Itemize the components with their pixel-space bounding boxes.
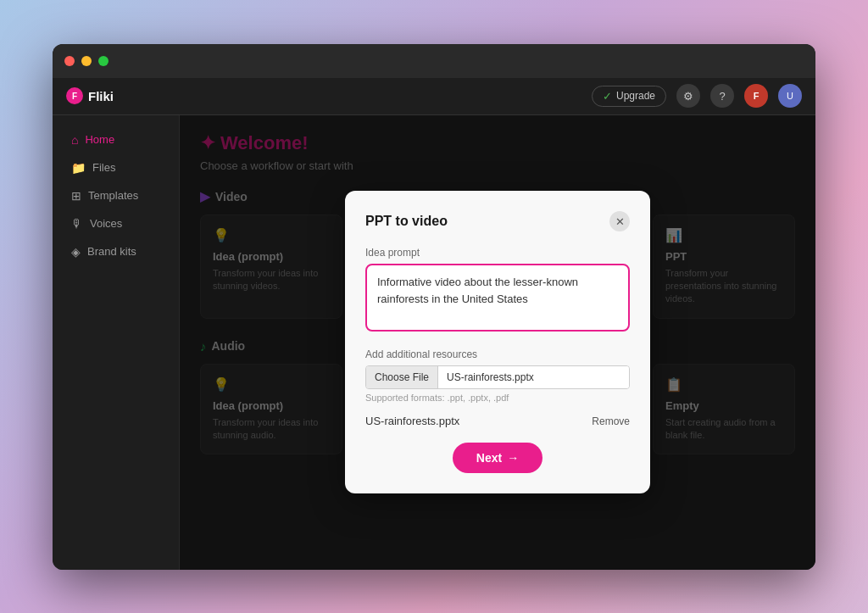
remove-link[interactable]: Remove <box>592 415 630 427</box>
ppt-to-video-modal: PPT to video ✕ Idea prompt Informative v… <box>345 191 650 493</box>
sidebar-item-label: Brand kits <box>87 245 136 258</box>
sidebar-item-label: Files <box>92 161 115 174</box>
minimize-button[interactable] <box>81 56 92 66</box>
supported-formats: Supported formats: .ppt, .pptx, .pdf <box>365 393 630 403</box>
files-icon: 📁 <box>71 161 86 175</box>
sidebar-item-label: Templates <box>88 189 138 202</box>
file-name-display: US-rainforests.pptx <box>438 366 629 388</box>
modal-close-button[interactable]: ✕ <box>609 211 630 231</box>
file-attached-row: US-rainforests.pptx Remove <box>365 415 630 427</box>
logo-text: Fliki <box>88 89 114 103</box>
sidebar-item-label: Voices <box>90 217 122 230</box>
main-content: ✦ Welcome! Choose a workflow or start wi… <box>180 115 815 570</box>
sidebar-item-home[interactable]: ⌂ Home <box>58 126 174 153</box>
titlebar <box>53 44 815 78</box>
idea-prompt-label: Idea prompt <box>365 247 630 259</box>
idea-prompt-textarea[interactable]: Informative video about the lesser-known… <box>365 264 630 332</box>
sidebar-item-label: Home <box>85 133 114 146</box>
next-button[interactable]: Next → <box>453 443 542 473</box>
help-button[interactable]: ? <box>710 84 734 108</box>
modal-footer: Next → <box>365 443 630 473</box>
sidebar-item-voices[interactable]: 🎙 Voices <box>58 210 174 237</box>
home-icon: ⌂ <box>71 133 78 147</box>
notifications-avatar[interactable]: F <box>744 84 768 108</box>
next-label: Next <box>476 451 502 465</box>
topbar: F Fliki ✓ Upgrade ⚙ ? F U <box>53 78 815 115</box>
templates-icon: ⊞ <box>71 189 81 203</box>
next-arrow-icon: → <box>507 451 519 465</box>
choose-file-button[interactable]: Choose File <box>366 366 438 388</box>
sidebar: ⌂ Home 📁 Files ⊞ Templates 🎙 Voices <box>53 115 180 570</box>
upgrade-button[interactable]: ✓ Upgrade <box>592 86 666 107</box>
attached-file-name: US-rainforests.pptx <box>365 415 459 427</box>
app-layout: F Fliki ✓ Upgrade ⚙ ? F U <box>53 78 815 570</box>
upgrade-icon: ✓ <box>603 90 612 103</box>
modal-header: PPT to video ✕ <box>365 211 630 231</box>
settings-button[interactable]: ⚙ <box>676 84 700 108</box>
logo-icon: F <box>66 87 83 104</box>
app-main: ⌂ Home 📁 Files ⊞ Templates 🎙 Voices <box>53 115 815 570</box>
modal-overlay: PPT to video ✕ Idea prompt Informative v… <box>180 115 815 570</box>
brand-kits-icon: ◈ <box>71 245 81 259</box>
topbar-right: ✓ Upgrade ⚙ ? F U <box>592 84 802 108</box>
voices-icon: 🎙 <box>71 217 83 231</box>
add-resources-label: Add additional resources <box>365 348 630 360</box>
upgrade-label: Upgrade <box>616 90 655 102</box>
app-logo: F Fliki <box>66 87 114 104</box>
user-avatar[interactable]: U <box>778 84 802 108</box>
app-window: F Fliki ✓ Upgrade ⚙ ? F U <box>53 44 815 570</box>
sidebar-item-templates[interactable]: ⊞ Templates <box>58 182 174 209</box>
maximize-button[interactable] <box>98 56 108 66</box>
titlebar-buttons <box>64 56 108 66</box>
sidebar-item-brand-kits[interactable]: ◈ Brand kits <box>58 238 174 265</box>
modal-title: PPT to video <box>365 214 448 229</box>
close-button[interactable] <box>64 56 75 66</box>
sidebar-item-files[interactable]: 📁 Files <box>58 154 174 181</box>
file-input-row: Choose File US-rainforests.pptx <box>365 365 630 389</box>
